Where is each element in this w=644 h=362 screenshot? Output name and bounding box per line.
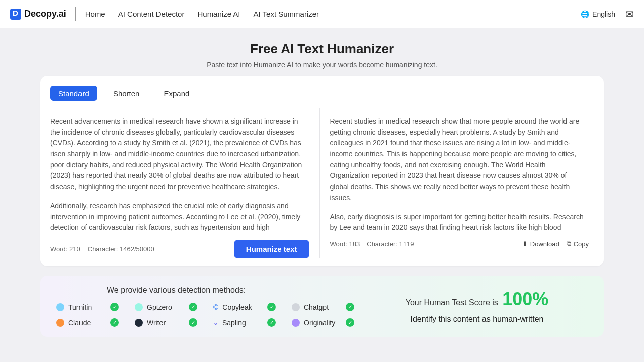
output-panel: Recent studies in medical research show … bbox=[320, 108, 594, 258]
output-paragraph: Also, early diagnosis is super important… bbox=[330, 212, 586, 233]
main-nav: Home AI Content Detector Humanize AI AI … bbox=[85, 10, 319, 18]
score-percent: 100% bbox=[502, 289, 548, 309]
score-verdict: Identify this content as human-written bbox=[366, 315, 588, 324]
method-gptzero: Gptzero✓ bbox=[135, 303, 209, 311]
copy-label: Copy bbox=[574, 240, 589, 248]
divider bbox=[75, 7, 76, 21]
output-word-count: Word: 183 bbox=[330, 240, 360, 248]
output-paragraph: Recent studies in medical research show … bbox=[330, 116, 586, 204]
brand-name: Decopy.ai bbox=[24, 9, 66, 19]
globe-icon: 🌐 bbox=[581, 10, 589, 18]
nav-detector[interactable]: AI Content Detector bbox=[118, 10, 185, 18]
score-line: Your Human Test Score is 100% bbox=[366, 289, 588, 310]
score-label: Your Human Test Score is bbox=[406, 298, 498, 307]
method-copyleak: ©Copyleak✓ bbox=[213, 303, 288, 311]
methods-title: We provide various detection methods: bbox=[56, 286, 366, 295]
input-panel: Recent advancements in medical research … bbox=[50, 108, 320, 258]
logo-icon bbox=[10, 9, 21, 20]
copy-button[interactable]: ⧉ Copy bbox=[567, 240, 589, 248]
copy-icon: ⧉ bbox=[567, 240, 571, 248]
method-chatgpt: Chatgpt✓ bbox=[292, 303, 366, 311]
mode-tabs: Standard Shorten Expand bbox=[50, 86, 594, 101]
word-count: Word: 210 bbox=[50, 245, 80, 253]
logo[interactable]: Decopy.ai bbox=[10, 9, 66, 20]
tab-shorten[interactable]: Shorten bbox=[105, 86, 148, 101]
language-selector[interactable]: 🌐 English bbox=[581, 10, 615, 18]
method-writer: Writer✓ bbox=[135, 318, 209, 327]
input-text[interactable]: Recent advancements in medical research … bbox=[50, 116, 309, 233]
method-claude: Claude✓ bbox=[56, 318, 131, 327]
page-subtitle: Paste text into Humanize AI to make your… bbox=[0, 61, 644, 69]
mail-icon[interactable]: ✉ bbox=[625, 8, 634, 20]
download-button[interactable]: ⬇ Download bbox=[522, 240, 559, 248]
input-paragraph: Recent advancements in medical research … bbox=[50, 116, 306, 193]
char-count: Character: 1462/50000 bbox=[88, 245, 154, 253]
method-turnitin: Turnitin✓ bbox=[56, 303, 131, 311]
nav-summarizer[interactable]: AI Text Summarizer bbox=[254, 10, 319, 18]
nav-home[interactable]: Home bbox=[85, 10, 105, 18]
output-char-count: Character: 1119 bbox=[367, 240, 414, 248]
method-originality: Originality✓ bbox=[292, 318, 366, 327]
humanize-button[interactable]: Humanize text bbox=[234, 240, 309, 258]
page-title: Free AI Text Humanizer bbox=[0, 41, 644, 57]
method-sapling: ⌄Sapling✓ bbox=[213, 318, 288, 327]
download-label: Download bbox=[530, 240, 559, 248]
input-paragraph: Additionally, research has emphasized th… bbox=[50, 201, 306, 233]
editor-card: Standard Shorten Expand Recent advanceme… bbox=[40, 76, 604, 266]
score-card: We provide various detection methods: Tu… bbox=[40, 276, 604, 337]
output-text[interactable]: Recent studies in medical research show … bbox=[330, 116, 589, 233]
download-icon: ⬇ bbox=[522, 240, 528, 248]
language-label: English bbox=[592, 10, 615, 18]
nav-humanize[interactable]: Humanize AI bbox=[197, 10, 240, 18]
tab-expand[interactable]: Expand bbox=[155, 86, 197, 101]
tab-standard[interactable]: Standard bbox=[50, 86, 97, 101]
